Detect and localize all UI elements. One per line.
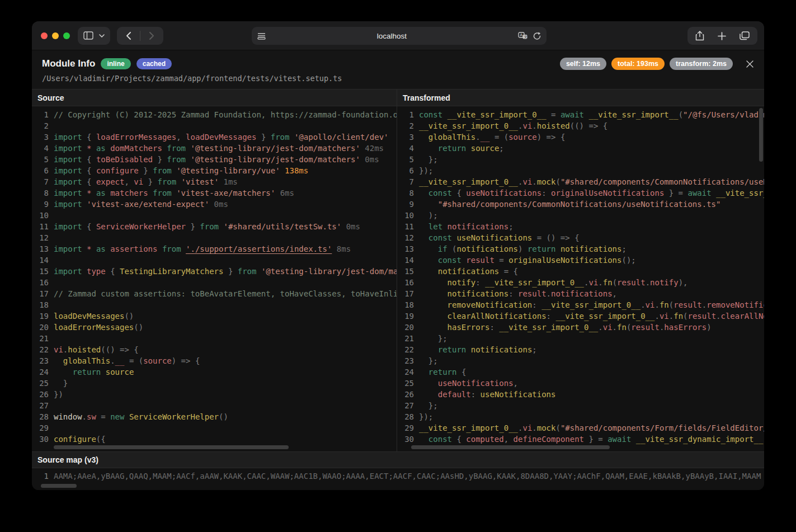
line-number: 3 [397, 131, 414, 143]
code-content: }; [419, 355, 438, 366]
code-token: = () => { [532, 233, 579, 242]
code-token: : [475, 278, 485, 287]
translate-icon[interactable]: A文 [518, 32, 527, 40]
code-token: originalUseNotifications [551, 189, 664, 197]
code-token: useNotifications [481, 390, 556, 399]
code-token: notifications [471, 345, 533, 354]
reader-icon[interactable] [257, 32, 266, 40]
code-line: 28window.sw = new ServiceWorkerHelper() [32, 411, 397, 422]
code-token [419, 379, 438, 388]
code-token: : [532, 300, 541, 309]
line-number: 15 [397, 266, 414, 277]
line-number: 16 [32, 277, 49, 288]
close-window-button[interactable] [41, 32, 48, 39]
sourcemap-section: Source map (v3) 1AAMA;AAeA,yBAAG,QAAQ,MA… [32, 451, 764, 490]
horizontal-scrollbar[interactable] [41, 484, 77, 488]
code-line: 18 removeNotification: __vite_ssr_import… [397, 299, 764, 310]
code-token: . [547, 289, 551, 298]
code-line: 21 [32, 333, 397, 344]
code-token: // Copyright (C) 2012-2025 Zammad Founda… [54, 110, 397, 119]
line-number: 7 [32, 176, 49, 187]
code-line: 2 [32, 120, 397, 131]
sidebar-icon[interactable] [83, 31, 93, 40]
code-token [419, 244, 438, 253]
code-token: toBeDisabled [96, 155, 153, 164]
code-line: 21 }; [397, 333, 764, 344]
inline-badge: inline [101, 58, 130, 69]
code-token: loadDevMessages [54, 312, 124, 321]
code-token: useNotifications [456, 233, 532, 242]
code-token: '@apollo/client/dev' [294, 133, 389, 142]
code-token [419, 368, 428, 376]
share-icon[interactable] [695, 31, 704, 41]
transformed-code-area[interactable]: 1const __vite_ssr_import_0__ = await __v… [397, 106, 764, 451]
code-content: return source; [419, 143, 504, 154]
code-token [419, 233, 428, 242]
code-token: const [428, 435, 457, 444]
code-token: ( [613, 278, 617, 287]
sourcemap-title: Source map (v3) [32, 451, 764, 468]
sourcemap-code-area[interactable]: 1AAMA;AAeA,yBAAG,QAAQ,MAAM;AACf,aAAW,KAA… [32, 468, 764, 490]
forward-button[interactable] [146, 32, 158, 40]
code-token: await [607, 435, 636, 444]
code-content: hasErrors: __vite_ssr_import_0__.vi.fn(r… [419, 322, 712, 333]
code-token: const [419, 110, 448, 119]
code-token: }); [419, 166, 433, 175]
code-token: matchers [110, 189, 148, 197]
line-number: 1 [32, 470, 49, 482]
code-token: 0ms [360, 155, 379, 164]
code-token: __ [115, 356, 125, 365]
code-token: "#shared/components/CommonNotifications/… [438, 200, 721, 209]
minimize-window-button[interactable] [52, 32, 59, 39]
line-number: 29 [32, 422, 49, 434]
horizontal-scrollbar[interactable] [54, 445, 289, 449]
horizontal-scrollbar[interactable] [411, 445, 610, 449]
line-number: 25 [32, 378, 49, 389]
code-token: , [613, 289, 617, 298]
new-tab-icon[interactable] [718, 32, 726, 40]
code-token: '#shared/utils/testSw.ts' [223, 222, 341, 231]
code-token: vi [588, 278, 598, 287]
code-token: = [96, 412, 110, 421]
code-token [419, 345, 438, 354]
code-token: . [598, 278, 602, 287]
code-token: from [200, 222, 223, 231]
code-content: notifications: result.notifications, [419, 288, 617, 299]
code-token: globalThis [63, 356, 110, 365]
code-token: 0ms [341, 222, 360, 231]
code-token: __vite_ssr_import_0__ [448, 110, 547, 119]
module-link[interactable]: './support/assertions/index.ts' [186, 244, 332, 253]
code-token: { [87, 155, 96, 164]
line-number: 11 [32, 221, 49, 232]
zoom-window-button[interactable] [63, 32, 70, 39]
code-token: (); [621, 256, 635, 265]
tab-overview-icon[interactable] [740, 31, 750, 40]
code-token: fn [603, 278, 613, 287]
close-icon[interactable] [746, 60, 754, 68]
code-line: 19 clearAllNotifications: __vite_ssr_imp… [397, 310, 764, 322]
back-button[interactable] [123, 32, 134, 40]
total-time-badge: total: 193ms [611, 58, 665, 70]
code-token: return [438, 345, 471, 354]
line-number: 26 [32, 389, 49, 400]
code-content: notifications = { [419, 266, 518, 277]
code-token: import [54, 144, 87, 153]
reload-icon[interactable] [533, 32, 541, 40]
code-token: clearAllNotifications [448, 312, 547, 321]
address-bar[interactable]: localhost A文 [252, 27, 547, 45]
code-token: ) [518, 244, 527, 253]
code-token [54, 356, 63, 365]
code-line: 23 globalThis.__ = (source) => { [32, 355, 397, 366]
code-content: __vite_ssr_import_0__.vi.mock("#shared/c… [419, 176, 764, 187]
code-line: 26 default: useNotifications [397, 389, 764, 400]
chevron-down-icon[interactable] [99, 34, 105, 37]
code-line: 20 hasErrors: __vite_ssr_import_0__.vi.f… [397, 322, 764, 333]
code-line: 1AAMA;AAeA,yBAAG,QAAQ,MAAM;AACf,aAAW,KAA… [32, 470, 764, 482]
vertical-scrollbar[interactable] [759, 108, 763, 162]
code-content: }; [419, 154, 438, 165]
line-number: 29 [397, 422, 414, 434]
code-token: ) [706, 323, 711, 332]
code-token: result [617, 278, 646, 287]
code-token: return [438, 144, 471, 153]
source-code-area[interactable]: 1// Copyright (C) 2012-2025 Zammad Found… [32, 106, 397, 451]
